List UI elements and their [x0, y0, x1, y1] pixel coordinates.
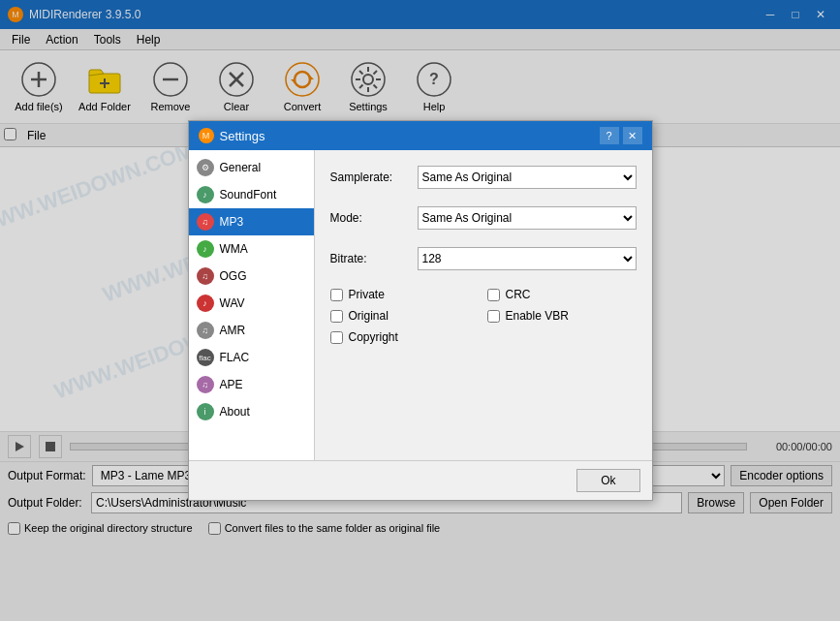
wav-icon: ♪ — [197, 295, 214, 312]
general-icon: ⚙ — [197, 159, 214, 176]
dialog-title-bar: M Settings ? ✕ — [189, 121, 652, 150]
original-checkbox[interactable] — [330, 310, 343, 323]
mp3-checkboxes: Private CRC Original Enable VBR — [330, 288, 637, 344]
sidebar-label-general: General — [220, 161, 262, 174]
sidebar-label-wav: WAV — [220, 296, 245, 310]
flac-icon: flac — [197, 349, 214, 366]
settings-dialog: M Settings ? ✕ ⚙ General ♪ SoundFont — [188, 120, 653, 501]
sidebar-item-soundfont[interactable]: ♪ SoundFont — [189, 181, 314, 208]
mp3-icon: ♫ — [197, 213, 214, 231]
copyright-checkbox[interactable] — [330, 331, 343, 344]
sidebar-label-about: About — [220, 405, 250, 419]
mode-select[interactable]: Same As Original — [418, 206, 637, 230]
private-checkbox[interactable] — [330, 289, 343, 301]
ok-button[interactable]: Ok — [576, 469, 639, 492]
ape-icon: ♫ — [197, 376, 214, 393]
dialog-sidebar: ⚙ General ♪ SoundFont ♫ MP3 ♪ WMA ♫ OG — [189, 150, 315, 460]
sidebar-item-ape[interactable]: ♫ APE — [189, 371, 314, 398]
sidebar-label-mp3: MP3 — [220, 215, 244, 229]
sidebar-item-general[interactable]: ⚙ General — [189, 154, 314, 181]
about-icon: i — [197, 403, 214, 420]
sidebar-item-mp3[interactable]: ♫ MP3 — [189, 208, 314, 235]
sidebar-item-ogg[interactable]: ♫ OGG — [189, 263, 314, 290]
dialog-app-icon: M — [199, 128, 214, 143]
bitrate-row: Bitrate: 128 — [330, 247, 637, 270]
sidebar-label-soundfont: SoundFont — [220, 188, 277, 202]
dialog-title-text: Settings — [220, 129, 265, 143]
sidebar-label-flac: FLAC — [220, 351, 250, 364]
sidebar-item-about[interactable]: i About — [189, 398, 314, 425]
dialog-close-button[interactable]: ✕ — [623, 127, 642, 144]
enable-vbr-label[interactable]: Enable VBR — [487, 309, 637, 323]
mode-row: Mode: Same As Original — [330, 206, 637, 230]
ogg-icon: ♫ — [197, 267, 214, 285]
copyright-label[interactable]: Copyright — [330, 330, 480, 344]
crc-checkbox[interactable] — [487, 289, 500, 301]
sidebar-label-amr: AMR — [220, 324, 246, 337]
wma-icon: ♪ — [197, 240, 214, 258]
amr-icon: ♫ — [197, 322, 214, 339]
sidebar-item-wma[interactable]: ♪ WMA — [189, 235, 314, 263]
settings-dialog-overlay: M Settings ? ✕ ⚙ General ♪ SoundFont — [0, 0, 840, 621]
bitrate-select[interactable]: 128 — [418, 247, 637, 270]
original-label[interactable]: Original — [330, 309, 480, 323]
dialog-title-controls: ? ✕ — [600, 127, 642, 144]
dialog-help-button[interactable]: ? — [600, 127, 619, 144]
dialog-content: Samplerate: Same As Original Mode: Same … — [315, 150, 652, 460]
bitrate-label: Bitrate: — [330, 252, 418, 265]
samplerate-row: Samplerate: Same As Original — [330, 166, 637, 189]
soundfont-icon: ♪ — [197, 186, 214, 203]
dialog-footer: Ok — [189, 460, 652, 500]
sidebar-item-wav[interactable]: ♪ WAV — [189, 290, 314, 317]
samplerate-select[interactable]: Same As Original — [418, 166, 637, 189]
enable-vbr-checkbox[interactable] — [487, 310, 500, 323]
dialog-body: ⚙ General ♪ SoundFont ♫ MP3 ♪ WMA ♫ OG — [189, 150, 652, 460]
private-label[interactable]: Private — [330, 288, 480, 301]
sidebar-item-flac[interactable]: flac FLAC — [189, 344, 314, 371]
sidebar-label-ape: APE — [220, 378, 243, 391]
mode-label: Mode: — [330, 211, 418, 225]
sidebar-item-amr[interactable]: ♫ AMR — [189, 317, 314, 344]
sidebar-label-ogg: OGG — [220, 269, 247, 283]
sidebar-label-wma: WMA — [220, 242, 248, 256]
crc-label[interactable]: CRC — [487, 288, 637, 301]
samplerate-label: Samplerate: — [330, 171, 418, 184]
dialog-title-left: M Settings — [199, 128, 265, 143]
